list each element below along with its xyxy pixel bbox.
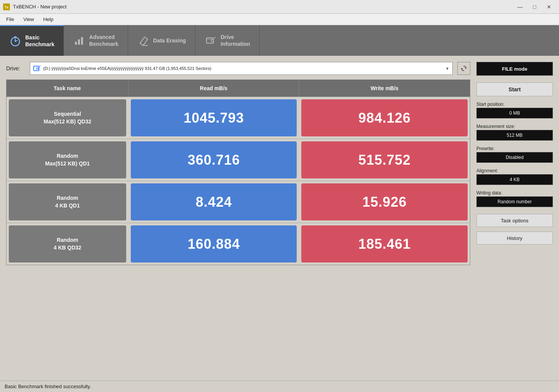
table-header: Task name Read mB/s Write mB/s xyxy=(6,80,470,97)
menu-view[interactable]: View xyxy=(19,15,39,24)
svg-text:Tx: Tx xyxy=(5,5,9,9)
drive-select-text: (D:) ÿÿÿÿÿÿÿaSDnsi kxErtme e55EAÿÿÿÿÿÿÿÿ… xyxy=(43,66,211,71)
svg-rect-10 xyxy=(81,37,83,45)
menu-help[interactable]: Help xyxy=(39,15,58,24)
svg-rect-9 xyxy=(78,39,80,45)
task-label-random-4k-qd1: Random 4 KB QD1 xyxy=(9,183,126,220)
right-panel: FILE mode Start Start position: 0 MB Mea… xyxy=(476,62,553,374)
param-prewrite: Prewrite: Disabled xyxy=(476,144,553,163)
read-value-random-4k-qd32: 160.884 xyxy=(131,225,297,262)
header-task-name: Task name xyxy=(6,80,128,97)
window-title: TxBENCH - New project xyxy=(13,4,67,10)
status-bar: Basic Benchmark finished successfully. xyxy=(0,381,559,392)
param-value-writing-data: Random number xyxy=(476,196,553,207)
tab-drive-label: Drive Information xyxy=(221,34,250,47)
param-start-position: Start position: 0 MB xyxy=(476,99,553,118)
svg-point-17 xyxy=(37,68,39,70)
drive-selector[interactable]: (D:) ÿÿÿÿÿÿÿaSDnsi kxErtme e55EAÿÿÿÿÿÿÿÿ… xyxy=(30,62,453,75)
tab-advanced-benchmark[interactable]: Advanced Benchmark xyxy=(64,25,128,56)
param-label-start-position: Start position: xyxy=(476,102,553,107)
maximize-button[interactable]: □ xyxy=(528,2,541,12)
tab-advanced-label: Advanced Benchmark xyxy=(89,34,118,47)
left-panel: Drive: (D:) ÿÿÿÿÿÿÿaSDnsi kxErtme e55EAÿ… xyxy=(6,62,470,374)
tab-basic-benchmark[interactable]: Basic Benchmark xyxy=(0,25,64,56)
close-button[interactable]: ✕ xyxy=(542,2,556,12)
tab-basic-label: Basic Benchmark xyxy=(25,34,54,48)
drive-row: Drive: (D:) ÿÿÿÿÿÿÿaSDnsi kxErtme e55EAÿ… xyxy=(6,62,470,75)
write-value-random-512-qd1: 515.752 xyxy=(301,141,468,178)
param-value-measurement-size: 512 MB xyxy=(476,130,553,141)
file-mode-button[interactable]: FILE mode xyxy=(476,62,553,76)
app-icon: Tx xyxy=(3,3,10,10)
read-value-sequential: 1045.793 xyxy=(131,99,297,136)
tab-data-erasing[interactable]: Data Erasing xyxy=(128,25,196,56)
dropdown-arrow-icon: ▼ xyxy=(445,66,449,71)
read-value-random-4k-qd1: 8.424 xyxy=(131,183,297,220)
svg-rect-8 xyxy=(75,42,77,45)
title-bar: Tx TxBENCH - New project — □ ✕ xyxy=(0,0,559,14)
main-content: Drive: (D:) ÿÿÿÿÿÿÿaSDnsi kxErtme e55EAÿ… xyxy=(0,56,559,381)
param-alignment: Alignment: 4 KB xyxy=(476,166,553,185)
svg-point-7 xyxy=(15,40,16,42)
param-value-prewrite: Disabled xyxy=(476,152,553,163)
table-row: Sequential Max(512 KB) QD32 1045.793 984… xyxy=(6,97,470,139)
param-label-measurement-size: Measurement size: xyxy=(476,124,553,129)
window-controls: — □ ✕ xyxy=(513,2,556,12)
param-writing-data: Writing data: Random number xyxy=(476,188,553,207)
drive-info-icon xyxy=(205,34,217,47)
start-button[interactable]: Start xyxy=(476,83,553,96)
drive-selector-icon xyxy=(33,65,41,71)
tab-drive-information[interactable]: Drive Information xyxy=(195,25,260,56)
table-row: Random 4 KB QD32 160.884 185.461 xyxy=(6,223,470,265)
param-value-alignment: 4 KB xyxy=(476,174,553,185)
title-bar-left: Tx TxBENCH - New project xyxy=(3,3,67,10)
write-value-sequential: 984.126 xyxy=(301,99,468,136)
svg-rect-12 xyxy=(206,38,213,43)
task-label-random-4k-qd32: Random 4 KB QD32 xyxy=(9,225,126,262)
menu-file[interactable]: File xyxy=(2,15,19,24)
param-label-prewrite: Prewrite: xyxy=(476,146,553,151)
benchmark-table: Task name Read mB/s Write mB/s Sequentia… xyxy=(6,79,470,265)
header-read: Read mB/s xyxy=(128,80,299,97)
tab-erasing-label: Data Erasing xyxy=(153,37,186,44)
history-button[interactable]: History xyxy=(476,232,553,245)
menu-bar: File View Help xyxy=(0,14,559,25)
drive-label: Drive: xyxy=(6,65,25,71)
chart-icon xyxy=(73,34,85,47)
svg-marker-19 xyxy=(465,67,466,69)
drive-refresh-button[interactable] xyxy=(457,62,470,75)
minimize-button[interactable]: — xyxy=(513,2,527,12)
table-row: Random Max(512 KB) QD1 360.716 515.752 xyxy=(6,139,470,181)
refresh-icon xyxy=(460,65,467,72)
param-label-alignment: Alignment: xyxy=(476,168,553,173)
task-label-random-512-qd1: Random Max(512 KB) QD1 xyxy=(9,141,126,178)
svg-marker-20 xyxy=(461,68,463,70)
task-options-button[interactable]: Task options xyxy=(476,214,553,227)
svg-line-15 xyxy=(213,37,216,39)
task-label-sequential: Sequential Max(512 KB) QD32 xyxy=(9,99,126,136)
toolbar: Basic Benchmark Advanced Benchmark Data … xyxy=(0,25,559,56)
param-value-start-position: 0 MB xyxy=(476,108,553,118)
write-value-random-4k-qd32: 185.461 xyxy=(301,225,468,262)
param-measurement-size: Measurement size: 512 MB xyxy=(476,121,553,141)
table-row: Random 4 KB QD1 8.424 15.926 xyxy=(6,181,470,223)
eraser-icon xyxy=(137,34,150,47)
status-text: Basic Benchmark finished successfully. xyxy=(5,384,91,389)
timer-icon xyxy=(9,35,21,47)
write-value-random-4k-qd1: 15.926 xyxy=(301,183,468,220)
read-value-random-512-qd1: 360.716 xyxy=(131,141,297,178)
header-write: Write mB/s xyxy=(299,80,470,97)
param-label-writing-data: Writing data: xyxy=(476,190,553,196)
